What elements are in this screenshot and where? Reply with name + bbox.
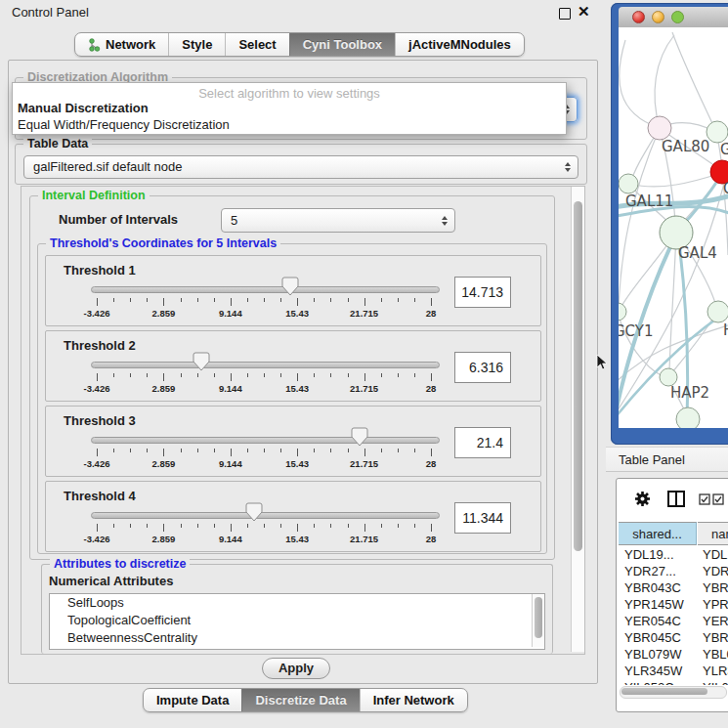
tick-label: 28: [426, 458, 437, 469]
table-data-group: Table Data galFiltered.sif default node: [15, 144, 587, 185]
tab-select[interactable]: Select: [225, 33, 288, 56]
table-cell-name[interactable]: YLR345W: [703, 663, 728, 679]
tab-network[interactable]: Network: [75, 33, 168, 56]
gear-icon[interactable]: [634, 491, 651, 507]
column-header-name[interactable]: name: [698, 522, 728, 545]
slider-tick: [97, 524, 98, 532]
table-cell-shared-name[interactable]: YLR345W: [624, 663, 697, 679]
table-cell-name[interactable]: YER054C: [703, 613, 728, 629]
network-node-label: G: [720, 141, 728, 158]
tick-label: 21.715: [350, 534, 378, 544]
horizontal-scrollbar[interactable]: [620, 686, 727, 699]
tab-impute-data[interactable]: Impute Data: [144, 689, 241, 711]
slider-tick: [431, 524, 432, 532]
table-cell-name[interactable]: YBR043C: [703, 579, 728, 596]
zoom-traffic-light-icon[interactable]: [671, 11, 684, 23]
table-cell-shared-name[interactable]: YDR27...: [624, 563, 697, 579]
network-node[interactable]: [648, 116, 671, 140]
list-scrollbar-thumb[interactable]: [535, 597, 542, 638]
network-window-titlebar[interactable]: [619, 7, 728, 28]
slider-tick: [231, 373, 232, 381]
tab-jactivemnodules[interactable]: jActiveMNodules: [395, 33, 524, 56]
slider-track[interactable]: [91, 362, 440, 368]
slider-tick: [264, 298, 265, 302]
algorithm-option-manual[interactable]: Manual Discretization: [13, 101, 566, 117]
checkbox-icon[interactable]: [712, 493, 724, 505]
table-cell-name[interactable]: YBR045C: [703, 629, 728, 646]
combo-stepper-icon[interactable]: [565, 162, 571, 172]
tab-discretize-data[interactable]: Discretize Data: [241, 689, 359, 711]
network-node[interactable]: [619, 303, 626, 321]
close-icon[interactable]: ✕: [578, 3, 590, 21]
slider-track[interactable]: [91, 286, 440, 293]
close-traffic-light-icon[interactable]: [632, 11, 645, 23]
algorithm-option-equal-width[interactable]: Equal Width/Frequency Discretization: [13, 117, 566, 134]
table-panel-title: Table Panel: [619, 452, 685, 467]
list-scrollbar[interactable]: [532, 594, 544, 647]
table-cell-name[interactable]: YDL19...: [703, 546, 728, 563]
number-of-intervals-spinner[interactable]: 5: [221, 208, 455, 233]
slider-tick: [231, 524, 232, 532]
slider-tick: [181, 298, 182, 302]
table-cell-shared-name[interactable]: YBL079W: [624, 646, 697, 663]
table-rows: YDL19...YDL19...YDR27...YDR27...YBR043CY…: [619, 546, 728, 685]
mode-tabs: Impute Data Discretize Data Infer Networ…: [143, 688, 468, 712]
table-cell-shared-name[interactable]: YBR045C: [624, 629, 697, 646]
slider-track[interactable]: [91, 437, 440, 444]
threshold-value-field[interactable]: 6.316: [454, 352, 511, 383]
table-cell-name[interactable]: YDR27...: [703, 563, 728, 579]
vertical-scrollbar-thumb[interactable]: [574, 201, 582, 551]
tab-style[interactable]: Style: [168, 33, 225, 56]
network-canvas[interactable]: GAL80GCGAL11GAL4GCY1HHAP2: [619, 27, 728, 428]
attribute-item[interactable]: TopologicalCoefficient: [50, 612, 544, 629]
slider-tick: [348, 524, 349, 528]
table-data-combobox[interactable]: galFiltered.sif default node: [23, 155, 578, 179]
slider-thumb[interactable]: [281, 277, 299, 296]
table-cell-shared-name[interactable]: YER054C: [624, 613, 697, 629]
attribute-item[interactable]: SelfLoops: [50, 594, 544, 612]
tab-style-label: Style: [182, 36, 212, 53]
slider-tick: [97, 298, 98, 306]
combo-stepper-icon[interactable]: [442, 216, 448, 226]
slider-tick: [364, 524, 365, 532]
table-cell-name[interactable]: YBL079W: [703, 646, 728, 663]
network-node[interactable]: [676, 407, 700, 428]
table-cell-name[interactable]: YIL052C: [703, 679, 728, 685]
slider-tick: [330, 298, 331, 302]
float-window-icon[interactable]: [559, 8, 571, 20]
slider-tick: [214, 449, 215, 452]
network-node[interactable]: [707, 301, 728, 322]
slider-tick: [381, 449, 382, 452]
table-cell-shared-name[interactable]: YPR145W: [624, 596, 697, 613]
vertical-scrollbar[interactable]: [571, 187, 584, 652]
slider-ticks: [97, 524, 431, 533]
slider-thumb[interactable]: [245, 502, 263, 522]
table-cell-shared-name[interactable]: YBR043C: [624, 579, 697, 596]
slider-thumb[interactable]: [193, 352, 210, 371]
network-node-label: C: [723, 180, 728, 197]
apply-button[interactable]: Apply: [262, 658, 330, 679]
slider-tick: [297, 524, 298, 532]
table-cell-name[interactable]: YPR145W: [703, 596, 728, 613]
tab-cyni-toolbox-label: Cyni Toolbox: [303, 36, 382, 53]
checkbox-icon[interactable]: [699, 493, 710, 505]
threshold-value-field[interactable]: 11.344: [454, 502, 511, 534]
slider-track[interactable]: [91, 512, 440, 519]
table-cell-shared-name[interactable]: YIL052C: [624, 679, 697, 685]
slider-tick: [431, 298, 432, 306]
column-header-shared-name[interactable]: shared...: [619, 522, 697, 545]
network-node[interactable]: [619, 174, 638, 193]
slider-thumb[interactable]: [351, 427, 368, 447]
threshold-value-field[interactable]: 14.713: [454, 277, 511, 308]
cyni-toolbox-panel: Discretization Algorithm Table Data galF…: [8, 60, 598, 684]
horizontal-scrollbar-thumb[interactable]: [621, 688, 707, 695]
table-panel: shared... name YDL19...YDL19...YDR27...Y…: [616, 478, 728, 712]
split-pane-icon[interactable]: [667, 491, 685, 507]
minimize-traffic-light-icon[interactable]: [652, 11, 664, 23]
tab-impute-data-label: Impute Data: [156, 692, 229, 708]
tab-infer-network[interactable]: Infer Network: [360, 689, 467, 711]
attribute-item[interactable]: BetweennessCentrality: [50, 629, 544, 647]
table-cell-shared-name[interactable]: YDL19...: [624, 546, 697, 563]
tab-cyni-toolbox[interactable]: Cyni Toolbox: [289, 33, 395, 56]
threshold-value-field[interactable]: 21.4: [454, 427, 511, 458]
